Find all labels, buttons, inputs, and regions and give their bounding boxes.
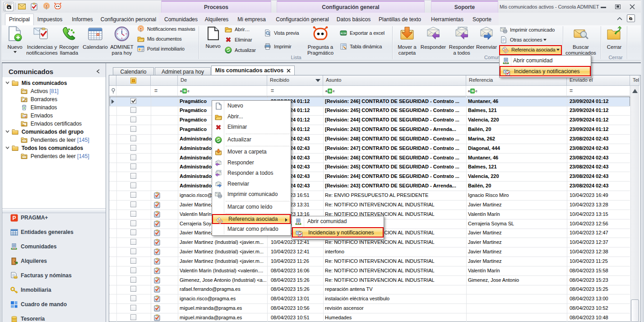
svg-text:XLSX: XLSX bbox=[340, 32, 347, 35]
svg-text:P: P bbox=[12, 215, 16, 221]
